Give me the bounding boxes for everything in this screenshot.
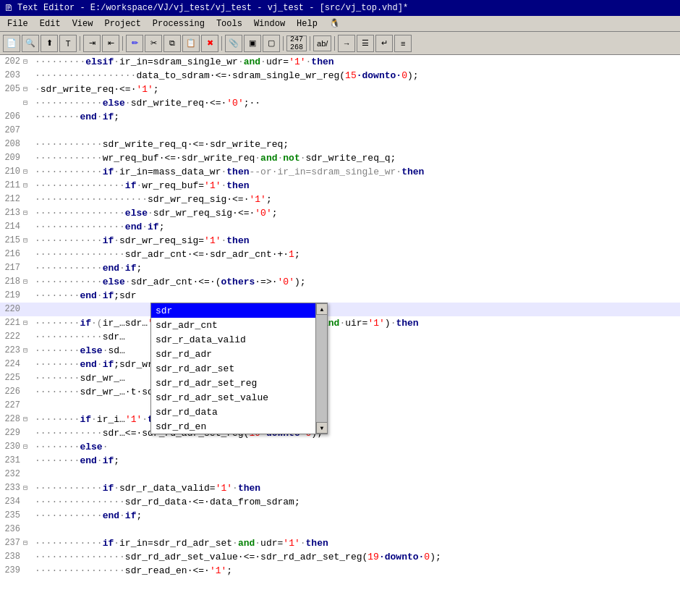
- code-234: ················sdr_rd_data·<=·data_from…: [33, 495, 680, 509]
- menu-help[interactable]: Help: [291, 16, 323, 31]
- ac-item-6[interactable]: sdr_rd_adr_set_value: [151, 390, 327, 405]
- fold-213[interactable]: ⊟: [23, 206, 33, 220]
- toolbar-new[interactable]: 📄: [3, 35, 20, 52]
- ac-item-4[interactable]: sdr_rd_adr_set: [151, 361, 327, 376]
- menu-view[interactable]: View: [67, 16, 99, 31]
- menu-file[interactable]: File: [1, 16, 34, 31]
- code-line-210: 210 ⊟ ············if·ir_in=mass_data_wr·…: [0, 165, 680, 179]
- fold-210[interactable]: ⊟: [23, 165, 33, 179]
- autocomplete-dropdown[interactable]: sdr sdr_adr_cnt sdr_r_data_valid sdr_rd_…: [150, 303, 328, 434]
- code-line-220: 220: [0, 303, 680, 316]
- fold-211[interactable]: ⊟: [23, 179, 33, 193]
- ac-item-5[interactable]: sdr_rd_adr_set_reg: [151, 376, 327, 390]
- toolbar-pen[interactable]: ✏: [126, 35, 143, 52]
- toolbar-arrow[interactable]: →: [338, 35, 355, 52]
- ac-item-0[interactable]: sdr: [151, 303, 327, 318]
- toolbar-unindent[interactable]: ⇤: [102, 35, 119, 52]
- fold-215[interactable]: ⊟: [23, 234, 33, 248]
- code-215: ············if·sdr_wr_req_sig='1'·then: [33, 234, 680, 248]
- code-line-209: 209 ············wr_req_buf·<=·sdr_write_…: [0, 151, 680, 165]
- linenum-217: 217: [0, 261, 23, 275]
- menu-extra[interactable]: 🐧: [323, 16, 346, 31]
- fold-205[interactable]: ⊟: [23, 83, 33, 96]
- linenum-219: 219: [0, 289, 23, 303]
- toolbar-paste[interactable]: 📋: [182, 35, 200, 52]
- code-224: ········end·if;sdr_wri…: [33, 358, 680, 371]
- toolbar-btn4[interactable]: T: [59, 35, 77, 52]
- code-line-229: 229 ············sdr…<=·sdr_rd_adr_set_re…: [0, 426, 680, 440]
- code-226: ········sdr_wr_…·t·sdr_write_en_q;: [33, 385, 680, 399]
- fold-237[interactable]: ⊟: [23, 536, 33, 550]
- toolbar-search[interactable]: 🔍: [22, 35, 39, 52]
- toolbar-btn3[interactable]: ⬆: [41, 35, 58, 52]
- toolbar-center[interactable]: ☰: [357, 35, 374, 52]
- linenum-202: 202: [0, 55, 23, 69]
- fold-238: [23, 550, 33, 564]
- menu-processing[interactable]: Processing: [147, 16, 211, 31]
- linenum-205: 205: [0, 83, 23, 96]
- fold-228[interactable]: ⊟: [23, 413, 33, 426]
- code-214: ················end·if;: [33, 220, 680, 234]
- linenum-216: 216: [0, 248, 23, 261]
- code-209: ············wr_req_buf·<=·sdr_write_req·…: [33, 151, 680, 165]
- toolbar-box[interactable]: ▣: [244, 35, 261, 52]
- menu-edit[interactable]: Edit: [34, 16, 67, 31]
- fold-233[interactable]: ⊟: [23, 481, 33, 495]
- linenum-208: 208: [0, 138, 23, 151]
- linenum-203: 203: [0, 69, 23, 83]
- code-container[interactable]: 202 ⊟ ·········elsif·ir_in=sdram_single_…: [0, 55, 680, 616]
- code-line-214: 214 ················end·if;: [0, 220, 680, 234]
- toolbar-copy[interactable]: ⧉: [163, 35, 181, 52]
- fold-235: [23, 509, 33, 523]
- menu-window[interactable]: Window: [248, 16, 291, 31]
- fold-227: [23, 399, 33, 413]
- fold-220: [23, 303, 33, 316]
- fold-217: [23, 261, 33, 275]
- code-line-238: 238 ················sdr_rd_adr_set_value…: [0, 550, 680, 564]
- toolbar-clip[interactable]: 📎: [225, 35, 242, 52]
- ac-item-7[interactable]: sdr_rd_data: [151, 405, 327, 419]
- autocomplete-list[interactable]: sdr sdr_adr_cnt sdr_r_data_valid sdr_rd_…: [151, 303, 327, 434]
- fold-221[interactable]: ⊟: [23, 316, 33, 330]
- code-232: [33, 468, 680, 481]
- code-217: ············end·if;: [33, 261, 680, 275]
- fold-x1[interactable]: ⊟: [23, 96, 33, 110]
- sep4: [283, 36, 284, 51]
- menu-project[interactable]: Project: [98, 16, 146, 31]
- toolbar-clear[interactable]: ✖: [201, 35, 218, 52]
- ac-item-1[interactable]: sdr_adr_cnt: [151, 318, 327, 332]
- code-line-239: 239 ················sdr_read_en·<=·'1';: [0, 564, 680, 578]
- code-line-212: 212 ····················sdr_wr_req_sig·<…: [0, 193, 680, 206]
- ac-item-8[interactable]: sdr_rd_en: [151, 419, 327, 434]
- toolbar-ab[interactable]: ab/: [313, 35, 331, 51]
- fold-223[interactable]: ⊟: [23, 344, 33, 358]
- toolbar-indent[interactable]: ⇥: [83, 35, 101, 52]
- fold-202[interactable]: ⊟: [23, 55, 33, 69]
- linenum-237: 237: [0, 536, 23, 550]
- ac-item-3[interactable]: sdr_rd_adr: [151, 347, 327, 361]
- code-202: ·········elsif·ir_in=sdram_single_wr·and…: [33, 55, 680, 69]
- ac-item-2[interactable]: sdr_r_data_valid: [151, 332, 327, 347]
- sep1: [80, 36, 80, 51]
- code-237: ············if·ir_in=sdr_rd_adr_set·and·…: [33, 536, 680, 550]
- fold-218[interactable]: ⊟: [23, 275, 33, 289]
- code-line-211: 211 ⊟ ················if·wr_req_buf='1'·…: [0, 179, 680, 193]
- code-line-231: 231 ········end·if;: [0, 454, 680, 468]
- toolbar-wrap[interactable]: ↵: [375, 35, 393, 52]
- linenum-222: 222: [0, 330, 23, 344]
- ac-scroll-up[interactable]: ▲: [316, 303, 327, 315]
- code-235: ············end·if;: [33, 509, 680, 523]
- code-line-x1: ⊟ ············else·sdr_write_req·<=·'0';…: [0, 96, 680, 110]
- code-221: ········if·(ir_…sdr…'1')·or·(ir_in=sdram…: [33, 316, 680, 330]
- menu-tools[interactable]: Tools: [211, 16, 248, 31]
- fold-234: [23, 495, 33, 509]
- ac-scroll-thumb: [316, 315, 327, 422]
- code-238: ················sdr_rd_adr_set_value·<=·…: [33, 550, 680, 564]
- toolbar-align[interactable]: ≡: [394, 35, 412, 52]
- toolbar-linenum[interactable]: 247268: [286, 35, 307, 51]
- code-220: [33, 303, 680, 316]
- toolbar-box2[interactable]: ▢: [263, 35, 280, 52]
- ac-scroll-down[interactable]: ▼: [316, 422, 327, 434]
- toolbar-scissors[interactable]: ✂: [145, 35, 162, 52]
- fold-230[interactable]: ⊟: [23, 440, 33, 454]
